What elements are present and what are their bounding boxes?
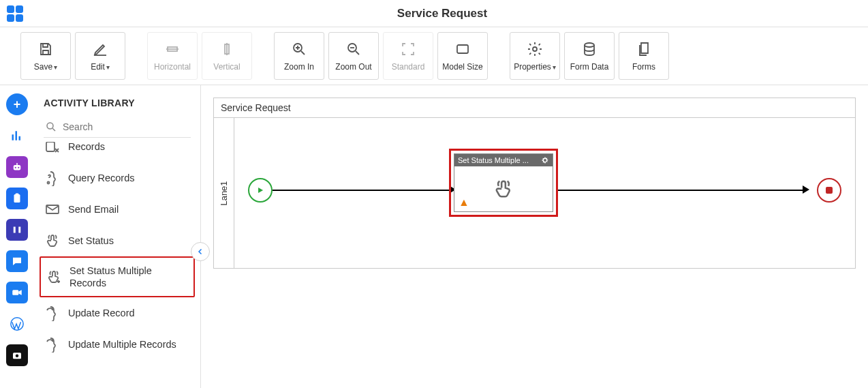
toolbar: Save▾ Edit▾ Horizontal Vertical Zoom In …: [0, 27, 868, 85]
forms-icon: [635, 40, 653, 58]
refresh-icon: [44, 335, 61, 353]
pool-title: Service Request: [214, 98, 855, 118]
sequence-flow[interactable]: [273, 190, 452, 191]
align-vertical-icon: [218, 40, 236, 58]
svg-rect-13: [18, 227, 20, 233]
forms-button[interactable]: Forms: [619, 32, 669, 80]
left-rail: +: [0, 85, 34, 388]
library-item-query-records[interactable]: Query Records: [40, 162, 195, 194]
rail-video-icon[interactable]: [6, 282, 28, 303]
gear-icon[interactable]: [541, 156, 549, 164]
svg-point-6: [585, 43, 594, 47]
database-icon: [580, 40, 598, 58]
svg-point-5: [533, 47, 537, 51]
svg-rect-7: [14, 165, 21, 170]
rail-chart-icon[interactable]: [6, 125, 28, 147]
align-vertical-button: Vertical: [202, 32, 252, 80]
properties-button[interactable]: Properties▾: [510, 32, 560, 80]
start-event-node[interactable]: [248, 178, 273, 203]
svg-rect-12: [14, 227, 16, 233]
arrow-icon: [803, 185, 809, 194]
rail-columns-icon[interactable]: [6, 219, 28, 241]
rail-bot-icon[interactable]: [6, 156, 28, 178]
model-size-icon: [454, 40, 471, 58]
svg-point-9: [18, 167, 19, 168]
library-title: ACTIVITY LIBRARY: [34, 85, 200, 117]
save-button[interactable]: Save▾: [20, 32, 71, 80]
tap-icon: [44, 232, 61, 250]
library-item-set-status-multiple[interactable]: Set Status Multiple Records: [40, 256, 195, 297]
svg-point-8: [15, 167, 16, 168]
app-launcher-icon[interactable]: [7, 5, 23, 22]
zoom-in-button[interactable]: Zoom In: [274, 32, 324, 80]
stop-icon: [826, 187, 833, 194]
svg-rect-14: [12, 290, 18, 295]
mail-icon: [44, 200, 61, 218]
library-item-update-record[interactable]: Update Record: [40, 297, 195, 329]
svg-point-20: [48, 182, 50, 184]
activity-library-panel: ACTIVITY LIBRARY Records Query Records S…: [34, 85, 201, 388]
save-icon: [37, 40, 55, 58]
svg-rect-19: [46, 142, 55, 151]
chevron-down-icon: ▾: [106, 63, 110, 71]
svg-rect-10: [14, 194, 20, 203]
form-data-button[interactable]: Form Data: [564, 32, 615, 80]
edit-button[interactable]: Edit▾: [75, 32, 125, 80]
warning-icon: ▲: [459, 196, 469, 209]
tap-icon: [492, 177, 515, 200]
align-horizontal-button: Horizontal: [147, 32, 198, 80]
svg-rect-4: [457, 45, 468, 53]
collapse-panel-button[interactable]: [191, 242, 210, 261]
fit-screen-icon: [399, 40, 417, 58]
chevron-left-icon: [196, 248, 204, 256]
query-icon: [44, 169, 61, 187]
zoom-standard-button: Standard: [383, 32, 433, 80]
gear-icon: [526, 40, 544, 58]
rail-camera-icon[interactable]: [6, 344, 28, 366]
rail-wordpress-icon[interactable]: [6, 313, 28, 335]
align-horizontal-icon: [164, 40, 181, 58]
rail-clipboard-icon[interactable]: [6, 188, 28, 209]
end-event-node[interactable]: [817, 178, 841, 203]
play-icon: [255, 185, 265, 195]
page-title: Service Request: [23, 7, 861, 20]
activity-title: Set Status Multiple ...: [458, 156, 529, 164]
tap-plus-icon: [45, 268, 63, 286]
records-x-icon: [44, 142, 61, 155]
library-item-update-multiple[interactable]: Update Multiple Records: [40, 329, 195, 360]
svg-point-17: [16, 355, 19, 358]
search-input[interactable]: [63, 121, 189, 132]
lane-label: Lane1: [214, 118, 234, 268]
add-button[interactable]: +: [6, 93, 28, 115]
svg-point-18: [47, 123, 53, 129]
zoom-out-icon: [345, 40, 362, 58]
chevron-down-icon: ▾: [54, 63, 57, 71]
refresh-icon: [44, 304, 61, 322]
library-item-set-status[interactable]: Set Status: [40, 225, 195, 256]
rail-chat-icon[interactable]: [6, 250, 28, 272]
svg-rect-11: [16, 194, 19, 196]
sequence-flow[interactable]: [558, 190, 805, 191]
bpmn-canvas[interactable]: Service Request Lane1 Set Status Multipl…: [213, 98, 856, 269]
model-size-button[interactable]: Model Size: [437, 32, 488, 80]
library-search[interactable]: [44, 117, 191, 138]
library-item-records[interactable]: Records: [40, 142, 195, 162]
zoom-in-icon: [290, 40, 308, 58]
lane[interactable]: Set Status Multiple ... ▲: [234, 118, 855, 268]
chevron-down-icon: ▾: [553, 63, 556, 71]
pencil-icon: [91, 40, 109, 58]
search-icon: [45, 121, 57, 133]
library-item-send-email[interactable]: Send Email: [40, 194, 195, 225]
zoom-out-button[interactable]: Zoom Out: [328, 32, 379, 80]
activity-node-set-status-multiple[interactable]: Set Status Multiple ... ▲: [449, 149, 558, 217]
